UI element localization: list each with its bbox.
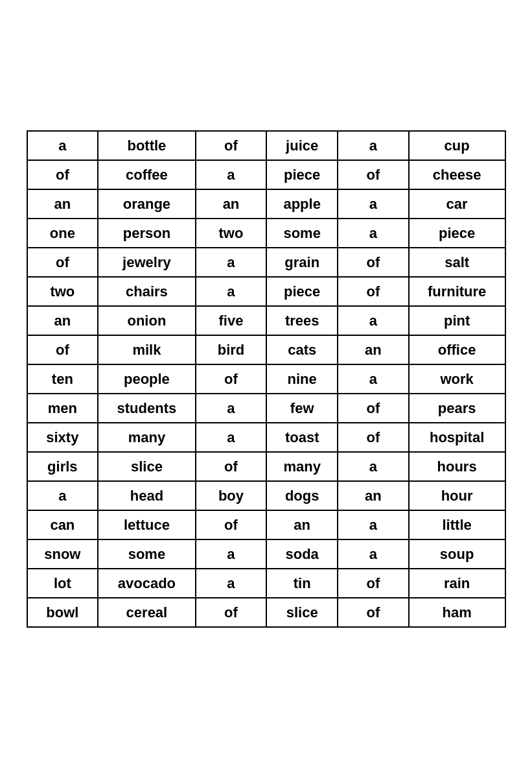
- table-cell: of: [27, 335, 98, 364]
- table-cell: grain: [266, 248, 338, 277]
- table-cell: girls: [27, 452, 98, 481]
- table-cell: a: [196, 539, 267, 569]
- table-cell: trees: [266, 306, 338, 335]
- table-cell: a: [196, 248, 267, 277]
- table-cell: piece: [266, 277, 338, 306]
- table-cell: furniture: [409, 277, 505, 306]
- table-cell: pears: [409, 394, 505, 423]
- table-cell: an: [266, 510, 338, 539]
- table-cell: some: [98, 539, 195, 569]
- table-cell: nine: [266, 364, 338, 394]
- table-cell: one: [27, 219, 98, 248]
- table-cell: a: [338, 452, 409, 481]
- table-cell: of: [338, 277, 409, 306]
- table-cell: piece: [409, 219, 505, 248]
- table-cell: a: [196, 423, 267, 452]
- table-cell: ten: [27, 364, 98, 394]
- table-cell: an: [338, 481, 409, 510]
- table-cell: dogs: [266, 481, 338, 510]
- table-row: ofmilkbirdcatsanoffice: [27, 335, 505, 364]
- table-cell: cats: [266, 335, 338, 364]
- table-row: sixtymanyatoastofhospital: [27, 423, 505, 452]
- table-cell: students: [98, 394, 195, 423]
- table-cell: of: [27, 160, 98, 189]
- table-cell: two: [196, 219, 267, 248]
- table-row: twochairsapieceoffurniture: [27, 277, 505, 306]
- table-row: abottleofjuiceacup: [27, 131, 505, 160]
- table-cell: a: [27, 131, 98, 160]
- table-row: ofcoffeeapieceofcheese: [27, 160, 505, 189]
- table-cell: slice: [266, 598, 338, 627]
- table-cell: cereal: [98, 598, 195, 627]
- table-cell: of: [196, 452, 267, 481]
- page: abottleofjuiceacupofcoffeeapieceofcheese…: [0, 0, 532, 758]
- table-cell: a: [338, 189, 409, 219]
- table-cell: of: [196, 364, 267, 394]
- table-row: anorangeanappleacar: [27, 189, 505, 219]
- table-cell: of: [338, 569, 409, 598]
- table-cell: of: [338, 598, 409, 627]
- table-cell: people: [98, 364, 195, 394]
- table-cell: milk: [98, 335, 195, 364]
- table-cell: soup: [409, 539, 505, 569]
- table-cell: orange: [98, 189, 195, 219]
- table-cell: sixty: [27, 423, 98, 452]
- word-table: abottleofjuiceacupofcoffeeapieceofcheese…: [27, 130, 506, 628]
- table-cell: a: [27, 481, 98, 510]
- table-cell: bowl: [27, 598, 98, 627]
- table-cell: hour: [409, 481, 505, 510]
- table-cell: hours: [409, 452, 505, 481]
- table-cell: of: [338, 160, 409, 189]
- table-cell: jewelry: [98, 248, 195, 277]
- table-cell: a: [196, 394, 267, 423]
- table-cell: two: [27, 277, 98, 306]
- table-cell: bird: [196, 335, 267, 364]
- table-cell: a: [338, 364, 409, 394]
- table-cell: soda: [266, 539, 338, 569]
- table-cell: apple: [266, 189, 338, 219]
- table-cell: an: [27, 189, 98, 219]
- table-cell: little: [409, 510, 505, 539]
- table-row: anonionfivetreesapint: [27, 306, 505, 335]
- table-cell: juice: [266, 131, 338, 160]
- table-cell: avocado: [98, 569, 195, 598]
- table-cell: salt: [409, 248, 505, 277]
- table-cell: many: [266, 452, 338, 481]
- table-cell: hospital: [409, 423, 505, 452]
- table-cell: cheese: [409, 160, 505, 189]
- table-cell: of: [196, 510, 267, 539]
- table-row: girlssliceofmanyahours: [27, 452, 505, 481]
- table-cell: office: [409, 335, 505, 364]
- table-cell: of: [27, 248, 98, 277]
- table-cell: few: [266, 394, 338, 423]
- table-row: onepersontwosomeapiece: [27, 219, 505, 248]
- table-cell: piece: [266, 160, 338, 189]
- table-cell: some: [266, 219, 338, 248]
- table-cell: toast: [266, 423, 338, 452]
- table-row: lotavocadoatinofrain: [27, 569, 505, 598]
- table-cell: a: [338, 306, 409, 335]
- table-cell: a: [196, 160, 267, 189]
- table-cell: of: [196, 598, 267, 627]
- table-cell: work: [409, 364, 505, 394]
- table-cell: a: [338, 131, 409, 160]
- table-cell: bottle: [98, 131, 195, 160]
- table-cell: pint: [409, 306, 505, 335]
- table-cell: of: [338, 248, 409, 277]
- table-cell: of: [338, 423, 409, 452]
- table-cell: an: [196, 189, 267, 219]
- table-cell: men: [27, 394, 98, 423]
- table-row: ofjewelryagrainofsalt: [27, 248, 505, 277]
- table-row: canlettuceofanalittle: [27, 510, 505, 539]
- table-cell: five: [196, 306, 267, 335]
- table-cell: many: [98, 423, 195, 452]
- table-cell: cup: [409, 131, 505, 160]
- table-cell: chairs: [98, 277, 195, 306]
- table-cell: a: [196, 277, 267, 306]
- table-cell: snow: [27, 539, 98, 569]
- table-cell: slice: [98, 452, 195, 481]
- table-row: menstudentsafewofpears: [27, 394, 505, 423]
- table-cell: a: [338, 510, 409, 539]
- table-cell: rain: [409, 569, 505, 598]
- table-cell: can: [27, 510, 98, 539]
